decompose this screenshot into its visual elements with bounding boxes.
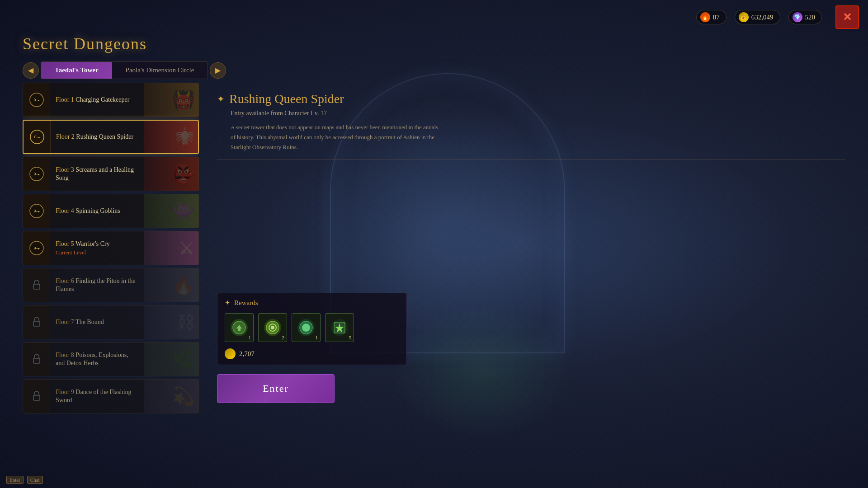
hotkey-enter: Enter xyxy=(6,477,24,483)
svg-rect-13 xyxy=(33,395,40,400)
floor-item-5[interactable]: 🗝 Floor 5 Warrior's Cry Current Level ⚔ xyxy=(23,231,199,265)
floor-4-info: Floor 4 Spinning Goblins xyxy=(50,203,144,219)
reward-1-icon xyxy=(231,319,248,336)
floor-item-3[interactable]: 🗝 Floor 3 Screams and a Healing Song 👺 xyxy=(23,157,199,191)
gold-reward: 2,707 xyxy=(225,348,399,359)
floor-item-9[interactable]: Floor 9 Dance of the Flashing Sword 💫 xyxy=(23,379,199,413)
svg-rect-11 xyxy=(33,321,40,326)
hotkey-chat: Chat xyxy=(27,477,43,483)
tab-paola-label: Paola's Dimension Circle xyxy=(126,66,194,74)
floor-6-thumb: 🔥 xyxy=(144,268,198,302)
svg-text:🗝: 🗝 xyxy=(33,245,40,252)
floor-5-name: Floor 5 Warrior's Cry xyxy=(56,240,139,248)
floor-8-name: Floor 8 Poisons, Explosions, and Detox H… xyxy=(56,351,139,367)
currency-gold: 💰 632,049 xyxy=(735,10,780,24)
svg-rect-12 xyxy=(33,358,40,363)
reward-item-1: 1 xyxy=(225,313,254,342)
svg-point-19 xyxy=(302,324,310,332)
floor-2-name: Floor 2 Rushing Queen Spider xyxy=(56,133,138,141)
floor-2-info: Floor 2 Rushing Queen Spider xyxy=(51,129,144,145)
floor-item-1[interactable]: 🗝 Floor 1 Charging Gatekeeper 👹 xyxy=(23,83,199,117)
svg-text:🗝: 🗝 xyxy=(33,97,40,103)
currency-group: 🔥 87 💰 632,049 💎 520 xyxy=(696,10,822,24)
floor-3-icon: 🗝 xyxy=(23,157,50,191)
gold-reward-amount: 2,707 xyxy=(239,350,255,358)
hotkeys-bar: Enter Chat xyxy=(6,477,43,483)
floor-3-thumb: 👺 xyxy=(144,157,198,191)
rewards-header: ✦ Rewards xyxy=(225,299,399,307)
tab-taedal-label: Taedal's Tower xyxy=(55,66,99,74)
floor-7-icon xyxy=(23,305,50,339)
gem-icon: 💎 xyxy=(793,12,802,22)
enter-button[interactable]: Enter xyxy=(217,374,335,403)
floor-9-info: Floor 9 Dance of the Flashing Sword xyxy=(50,385,144,408)
reward-4-icon xyxy=(331,319,348,336)
floor-item-8[interactable]: Floor 8 Poisons, Explosions, and Detox H… xyxy=(23,342,199,376)
floor-9-icon xyxy=(23,379,50,413)
floor-item-2[interactable]: 🗝 Floor 2 Rushing Queen Spider 🕷 xyxy=(23,120,199,154)
floor-1-name: Floor 1 Charging Gatekeeper xyxy=(56,96,139,104)
floor-item-6[interactable]: Floor 6 Finding the Piton in the Flames … xyxy=(23,268,199,302)
floor-2-icon: 🗝 xyxy=(24,120,51,154)
floor-8-info: Floor 8 Poisons, Explosions, and Detox H… xyxy=(50,347,144,371)
gold-icon: 💰 xyxy=(739,12,749,22)
rewards-header-label: Rewards xyxy=(234,299,258,307)
floor-9-name: Floor 9 Dance of the Flashing Sword xyxy=(56,388,139,404)
svg-text:🗝: 🗝 xyxy=(34,134,40,141)
floor-6-info: Floor 6 Finding the Piton in the Flames xyxy=(50,273,144,297)
close-button[interactable]: ✕ xyxy=(835,5,859,29)
floor-6-icon xyxy=(23,268,50,302)
nav-arrow-left[interactable]: ◀ xyxy=(23,62,39,79)
floor-7-thumb: ⛓ xyxy=(144,305,198,339)
floor-3-info: Floor 3 Screams and a Healing Song xyxy=(50,162,144,186)
floor-item-4[interactable]: 🗝 Floor 4 Spinning Goblins 👾 xyxy=(23,194,199,228)
nav-arrow-right[interactable]: ▶ xyxy=(210,62,226,79)
floor-5-thumb: ⚔ xyxy=(144,231,198,265)
floor-8-icon xyxy=(23,342,50,376)
fire-icon: 🔥 xyxy=(700,12,710,22)
floor-1-info: Floor 1 Charging Gatekeeper xyxy=(50,92,144,108)
body-content: 🗝 Floor 1 Charging Gatekeeper 👹 xyxy=(0,83,868,488)
top-bar: 🔥 87 💰 632,049 💎 520 ✕ xyxy=(0,0,868,34)
floor-5-current-label: Current Level xyxy=(56,249,139,256)
close-icon: ✕ xyxy=(843,11,852,23)
title-area: Secret Dungeons xyxy=(0,34,868,58)
svg-rect-10 xyxy=(33,284,40,289)
enter-button-label: Enter xyxy=(263,383,289,394)
tab-container: Taedal's Tower Paola's Dimension Circle xyxy=(41,61,208,79)
floor-7-name: Floor 7 The Bound xyxy=(56,318,139,326)
fire-value: 87 xyxy=(713,14,720,21)
floor-8-thumb: 🌿 xyxy=(144,342,198,376)
rewards-items: 1 2 xyxy=(225,313,399,342)
rewards-header-icon: ✦ xyxy=(225,299,231,307)
svg-text:🗝: 🗝 xyxy=(33,208,40,215)
reward-2-icon xyxy=(264,319,281,336)
floor-3-name: Floor 3 Screams and a Healing Song xyxy=(56,166,139,182)
tab-taedal[interactable]: Taedal's Tower xyxy=(41,62,112,79)
floor-6-name: Floor 6 Finding the Piton in the Flames xyxy=(56,277,139,293)
floor-4-name: Floor 4 Spinning Goblins xyxy=(56,207,139,215)
svg-point-17 xyxy=(271,326,274,329)
floor-1-thumb: 👹 xyxy=(144,83,198,117)
floor-list: 🗝 Floor 1 Charging Gatekeeper 👹 xyxy=(23,83,199,488)
floor-4-thumb: 👾 xyxy=(144,194,198,228)
entry-level: Entry available from Character Lv. 17 xyxy=(217,110,845,117)
floor-9-thumb: 💫 xyxy=(144,379,198,413)
main-container: 🔥 87 💰 632,049 💎 520 ✕ Secret Dungeons ◀… xyxy=(0,0,868,488)
tab-paola[interactable]: Paola's Dimension Circle xyxy=(112,62,208,79)
currency-gem: 💎 520 xyxy=(788,10,822,24)
floor-item-7[interactable]: Floor 7 The Bound ⛓ xyxy=(23,305,199,339)
rewards-section: ✦ Rewards 1 xyxy=(217,293,407,365)
gem-value: 520 xyxy=(805,14,816,21)
floor-5-icon: 🗝 xyxy=(23,231,50,265)
gold-value: 632,049 xyxy=(751,14,774,21)
reward-1-count: 1 xyxy=(249,335,251,340)
svg-text:🗝: 🗝 xyxy=(33,171,40,178)
tab-navigation: ◀ Taedal's Tower Paola's Dimension Circl… xyxy=(0,58,868,83)
reward-item-4: 5 xyxy=(325,313,354,342)
reward-item-3: 1 xyxy=(292,313,321,342)
floor-1-icon: 🗝 xyxy=(23,83,50,117)
dungeon-name-icon: ✦ xyxy=(217,94,225,104)
page-title: Secret Dungeons xyxy=(23,34,147,53)
reward-2-count: 2 xyxy=(282,335,285,340)
